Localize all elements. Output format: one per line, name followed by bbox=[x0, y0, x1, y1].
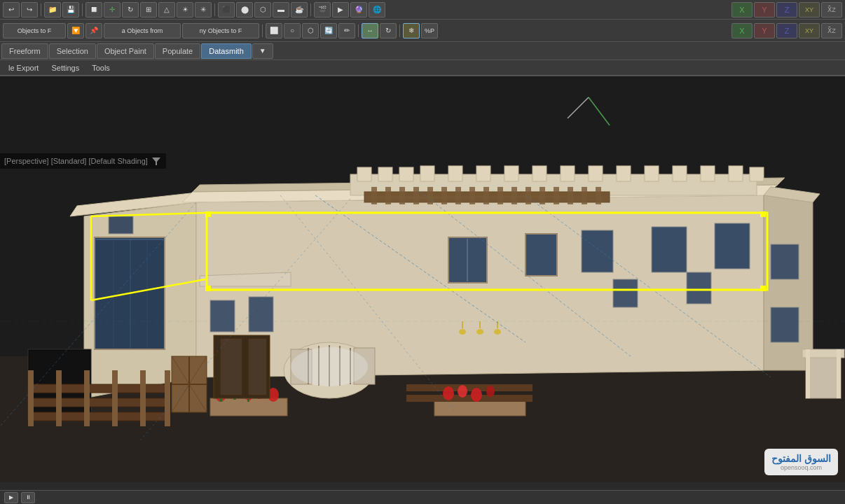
axis-xy-button[interactable]: XY bbox=[799, 2, 820, 18]
svg-rect-119 bbox=[210, 300, 235, 332]
secondary-toolbar: Objects to F 🔽 📌 a Objects from ny Objec… bbox=[0, 20, 845, 42]
select-rotate-btn[interactable]: ↻ bbox=[380, 23, 397, 38]
rect-sel-btn[interactable]: ⬜ bbox=[266, 23, 282, 38]
select-tool[interactable]: 🔲 bbox=[85, 2, 102, 18]
move-tool[interactable]: ✛ bbox=[104, 2, 121, 18]
fence-sel-btn[interactable]: ⬡ bbox=[302, 23, 319, 38]
svg-rect-22 bbox=[448, 166, 462, 181]
sep2 bbox=[82, 4, 83, 16]
svg-rect-59 bbox=[715, 223, 750, 269]
objects-from[interactable]: a Objects from bbox=[104, 23, 181, 38]
shapes-tool[interactable]: △ bbox=[158, 2, 175, 18]
select-option[interactable]: 🔽 bbox=[67, 23, 84, 38]
svg-rect-28 bbox=[617, 166, 631, 181]
viewport[interactable]: [Perspective] [Standard] [Default Shadin… bbox=[0, 76, 845, 482]
cylinder-tool[interactable]: ⬡ bbox=[254, 2, 271, 18]
env-btn[interactable]: 🌐 bbox=[369, 2, 385, 18]
status-play[interactable]: ▶ bbox=[4, 492, 18, 503]
axis-xz-button[interactable]: X̄Z bbox=[821, 2, 842, 18]
lasso-sel-btn[interactable]: 🔄 bbox=[320, 23, 337, 38]
box-tool[interactable]: ⬛ bbox=[218, 2, 235, 18]
svg-rect-8 bbox=[96, 239, 163, 240]
tab-datasmith[interactable]: Datasmith bbox=[201, 43, 252, 59]
sep4 bbox=[310, 4, 311, 16]
rotate-tool[interactable]: ↻ bbox=[122, 2, 139, 18]
sphere-tool[interactable]: ⬤ bbox=[236, 2, 253, 18]
svg-rect-93 bbox=[406, 395, 533, 402]
svg-rect-20 bbox=[399, 167, 413, 181]
open-button[interactable]: 📁 bbox=[44, 2, 61, 18]
paint-sel-btn[interactable]: ✏ bbox=[338, 23, 355, 38]
tab-dropdown[interactable]: ▼ bbox=[252, 43, 273, 59]
svg-rect-51 bbox=[596, 187, 601, 204]
menu-tools[interactable]: Tools bbox=[86, 61, 116, 75]
axis-z-button[interactable]: Z bbox=[776, 2, 797, 18]
svg-rect-13 bbox=[109, 216, 133, 234]
menu-settings[interactable]: Settings bbox=[46, 61, 85, 75]
tab-object-paint[interactable]: Object Paint bbox=[97, 43, 154, 59]
svg-rect-45 bbox=[511, 187, 517, 204]
tab-populate[interactable]: Populate bbox=[155, 43, 200, 59]
status-pause[interactable]: ⏸ bbox=[21, 492, 35, 503]
svg-rect-29 bbox=[645, 166, 659, 181]
svg-point-96 bbox=[471, 388, 482, 402]
star-tool[interactable]: ✳ bbox=[195, 2, 212, 18]
light-tool[interactable]: ☀ bbox=[177, 2, 193, 18]
watermark-latin: opensooq.com bbox=[781, 464, 822, 471]
scale-tool[interactable]: ⊞ bbox=[140, 2, 157, 18]
svg-rect-48 bbox=[554, 187, 559, 204]
select-filter[interactable]: Objects to F bbox=[3, 23, 66, 38]
svg-rect-133 bbox=[205, 211, 211, 217]
svg-rect-37 bbox=[399, 187, 405, 204]
tab-selection[interactable]: Selection bbox=[49, 43, 96, 59]
svg-rect-41 bbox=[455, 187, 461, 204]
svg-rect-134 bbox=[760, 211, 766, 217]
plane-tool[interactable]: ▬ bbox=[273, 2, 289, 18]
svg-rect-43 bbox=[483, 187, 489, 204]
xz-axis-display[interactable]: X̄Z bbox=[821, 23, 842, 38]
snap-option[interactable]: 📌 bbox=[85, 23, 102, 38]
circle-sel-btn[interactable]: ○ bbox=[284, 23, 301, 38]
svg-rect-38 bbox=[413, 187, 419, 204]
svg-rect-50 bbox=[582, 187, 587, 204]
snap-percent-btn[interactable]: %P bbox=[421, 23, 438, 38]
watermark-container: السوق المفتوح opensooq.com bbox=[764, 449, 838, 475]
x-axis-display[interactable]: X bbox=[731, 23, 753, 38]
watermark: السوق المفتوح opensooq.com bbox=[764, 449, 838, 475]
z-axis-display[interactable]: Z bbox=[776, 23, 797, 38]
svg-point-97 bbox=[486, 386, 495, 397]
y-axis-display[interactable]: Y bbox=[754, 23, 775, 38]
svg-rect-110 bbox=[771, 307, 799, 342]
sep6 bbox=[358, 24, 359, 37]
svg-rect-122 bbox=[687, 272, 711, 304]
svg-rect-120 bbox=[249, 297, 273, 332]
mode-tabs: Freeform Selection Object Paint Populate… bbox=[0, 42, 845, 60]
viewport-label: [Perspective] [Standard] [Default Shadin… bbox=[0, 153, 166, 169]
render-btn[interactable]: ▶ bbox=[332, 2, 349, 18]
undo-button[interactable]: ↩ bbox=[3, 2, 20, 18]
sep7 bbox=[399, 24, 400, 37]
material-btn[interactable]: 🔮 bbox=[350, 2, 367, 18]
svg-rect-47 bbox=[540, 187, 545, 204]
select-move-btn[interactable]: ↔ bbox=[362, 23, 378, 38]
teapot-tool[interactable]: ☕ bbox=[291, 2, 308, 18]
render-setup[interactable]: 🎬 bbox=[314, 2, 331, 18]
svg-rect-44 bbox=[497, 187, 503, 204]
svg-point-61 bbox=[459, 329, 466, 335]
tab-freeform[interactable]: Freeform bbox=[1, 43, 48, 59]
svg-rect-113 bbox=[806, 349, 810, 398]
menu-file-export[interactable]: le Export bbox=[3, 61, 44, 75]
objects-to[interactable]: ny Objects to F bbox=[182, 23, 259, 38]
scene-svg bbox=[0, 76, 845, 482]
svg-rect-73 bbox=[84, 370, 90, 426]
xy-axis-display[interactable]: XY bbox=[799, 23, 820, 38]
axis-y-button[interactable]: Y bbox=[754, 2, 775, 18]
axis-x-button[interactable]: X bbox=[731, 2, 753, 18]
snap-3d-btn[interactable]: ❄ bbox=[403, 23, 420, 38]
svg-rect-27 bbox=[589, 166, 603, 181]
svg-rect-39 bbox=[427, 187, 433, 204]
svg-rect-75 bbox=[140, 370, 146, 426]
redo-button[interactable]: ↪ bbox=[21, 2, 38, 18]
svg-rect-71 bbox=[28, 370, 34, 426]
save-button[interactable]: 💾 bbox=[62, 2, 79, 18]
